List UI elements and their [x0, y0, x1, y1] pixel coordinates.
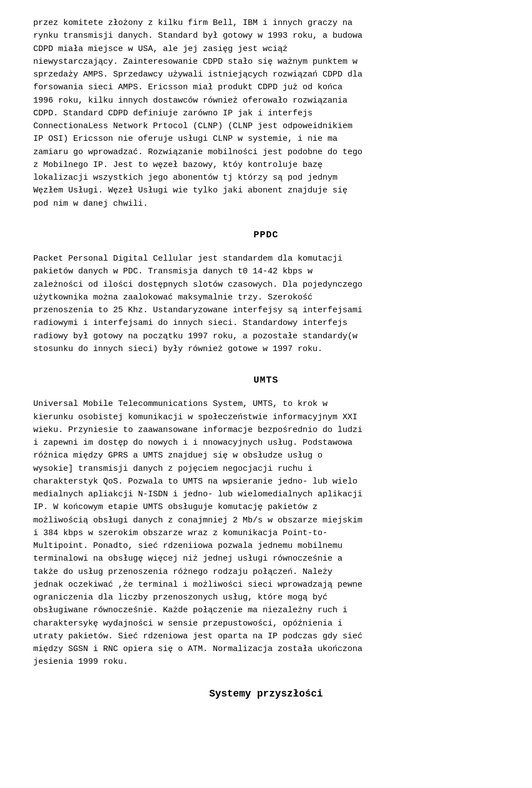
intro-text: przez komitete złożony z kilku firm Bell…	[33, 17, 499, 210]
umts-text: Universal Mobile Telecommunications Syst…	[33, 398, 499, 668]
umts-heading: UMTS	[33, 373, 499, 388]
page-container: przez komitete złożony z kilku firm Bell…	[0, 0, 532, 788]
umts-section: UMTS Universal Mobile Telecommunications…	[33, 373, 499, 669]
systems-section: Systemy przyszłości	[33, 687, 499, 702]
intro-section: przez komitete złożony z kilku firm Bell…	[33, 17, 499, 210]
ppdc-text: Packet Personal Digital Cellular jest st…	[33, 252, 499, 355]
systems-heading: Systemy przyszłości	[33, 687, 499, 702]
ppdc-section: PPDC Packet Personal Digital Cellular je…	[33, 228, 499, 355]
ppdc-heading: PPDC	[33, 228, 499, 242]
